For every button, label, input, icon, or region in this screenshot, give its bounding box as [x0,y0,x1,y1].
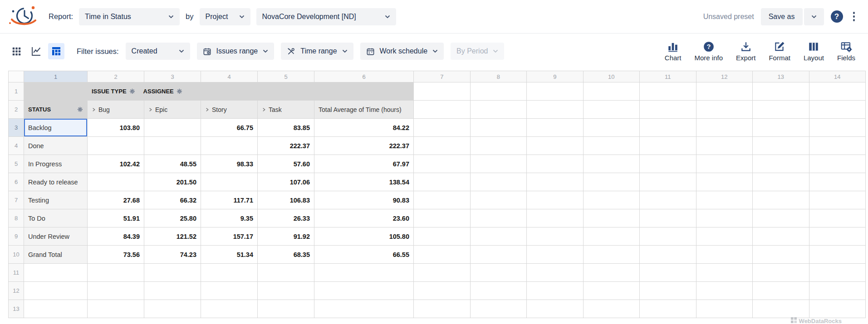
column-group-header[interactable]: Task [258,101,314,119]
row-number-header[interactable]: 4 [9,137,24,155]
empty-cell[interactable] [414,264,471,282]
empty-cell[interactable] [640,246,696,264]
value-cell[interactable]: 67.97 [314,155,414,173]
pivot-table-view-button[interactable] [48,43,64,59]
scope-select[interactable]: Project [200,8,250,25]
row-number-header[interactable]: 10 [9,246,24,264]
save-as-button[interactable]: Save as [761,8,803,25]
empty-cell[interactable] [414,191,471,209]
empty-cell[interactable] [809,209,866,227]
empty-cell[interactable] [470,173,527,191]
column-number-header[interactable]: 6 [314,71,414,82]
empty-cell[interactable] [470,264,527,282]
empty-cell[interactable] [809,101,866,119]
empty-cell[interactable] [696,101,753,119]
column-number-header[interactable]: 3 [144,71,201,82]
gear-icon[interactable] [129,88,135,94]
empty-cell[interactable] [809,82,866,101]
empty-cell[interactable] [583,282,640,300]
empty-cell[interactable] [696,82,753,101]
row-number-header[interactable]: 11 [9,264,24,282]
empty-cell[interactable] [753,246,809,264]
row-number-header[interactable]: 7 [9,191,24,209]
empty-cell[interactable] [470,137,527,155]
empty-cell[interactable] [753,300,809,318]
empty-cell[interactable] [527,119,584,137]
empty-cell[interactable] [24,300,88,318]
empty-cell[interactable] [527,101,584,119]
empty-cell[interactable] [144,300,201,318]
empty-cell[interactable] [470,300,527,318]
empty-cell[interactable] [696,155,753,173]
value-cell[interactable]: 201.50 [144,173,201,191]
value-cell[interactable]: 105.80 [314,227,414,246]
value-cell[interactable]: 27.68 [88,191,144,209]
empty-cell[interactable] [809,300,866,318]
status-cell[interactable]: Done [24,137,88,155]
empty-cell[interactable] [414,137,471,155]
column-group-header[interactable]: Story [201,101,258,119]
value-cell[interactable]: 121.52 [144,227,201,246]
status-cell[interactable]: Grand Total [24,246,88,264]
empty-cell[interactable] [809,155,866,173]
value-cell[interactable]: 84.22 [314,119,414,137]
empty-cell[interactable] [201,282,258,300]
empty-cell[interactable] [527,227,584,246]
empty-cell[interactable] [527,173,584,191]
value-cell[interactable]: 90.83 [314,191,414,209]
empty-cell[interactable] [696,209,753,227]
empty-cell[interactable] [583,246,640,264]
empty-cell[interactable] [470,227,527,246]
expand-icon[interactable] [92,107,96,112]
empty-cell[interactable] [583,264,640,282]
value-cell[interactable]: 66.55 [314,246,414,264]
column-number-header[interactable]: 12 [696,71,753,82]
help-button[interactable]: ? [831,10,843,23]
empty-cell[interactable] [640,173,696,191]
empty-cell[interactable] [258,300,314,318]
project-select[interactable]: NovaCore Development [ND] [256,8,396,25]
row-number-header[interactable]: 6 [9,173,24,191]
row-number-header[interactable]: 1 [9,82,24,101]
value-cell[interactable]: 68.35 [258,246,314,264]
report-type-select[interactable]: Time in Status [79,8,180,25]
value-cell[interactable]: 57.60 [258,155,314,173]
status-cell[interactable]: In Progress [24,155,88,173]
gear-icon[interactable] [77,106,83,112]
column-number-header[interactable]: 11 [640,71,696,82]
empty-cell[interactable] [640,82,696,101]
empty-cell[interactable] [527,264,584,282]
row-field-header-cell[interactable]: STATUS [24,101,88,119]
value-cell[interactable]: 66.32 [144,191,201,209]
value-cell[interactable]: 25.80 [144,209,201,227]
empty-cell[interactable] [470,246,527,264]
empty-cell[interactable] [414,227,471,246]
empty-cell[interactable] [258,264,314,282]
pivot-cell[interactable] [24,82,88,101]
empty-cell[interactable] [314,264,414,282]
column-field-assignee[interactable]: ASSIGNEE [143,88,182,95]
column-number-header[interactable]: 14 [809,71,866,82]
empty-cell[interactable] [583,155,640,173]
column-number-header[interactable]: 7 [414,71,471,82]
status-cell[interactable]: To Do [24,209,88,227]
total-column-header[interactable]: Total Average of Time (hours) [314,101,414,119]
value-cell[interactable]: 106.83 [258,191,314,209]
empty-cell[interactable] [527,155,584,173]
empty-cell[interactable] [753,264,809,282]
empty-cell[interactable] [414,101,471,119]
empty-cell[interactable] [201,300,258,318]
empty-cell[interactable] [470,155,527,173]
row-number-header[interactable]: 8 [9,209,24,227]
empty-cell[interactable] [809,246,866,264]
empty-cell[interactable] [753,173,809,191]
empty-cell[interactable] [640,282,696,300]
empty-cell[interactable] [696,191,753,209]
empty-cell[interactable] [640,101,696,119]
column-number-header[interactable]: 5 [258,71,314,82]
empty-cell[interactable] [640,264,696,282]
empty-cell[interactable] [24,264,88,282]
status-cell[interactable]: Testing [24,191,88,209]
empty-cell[interactable] [527,191,584,209]
action-fields[interactable]: Fields [837,41,855,62]
